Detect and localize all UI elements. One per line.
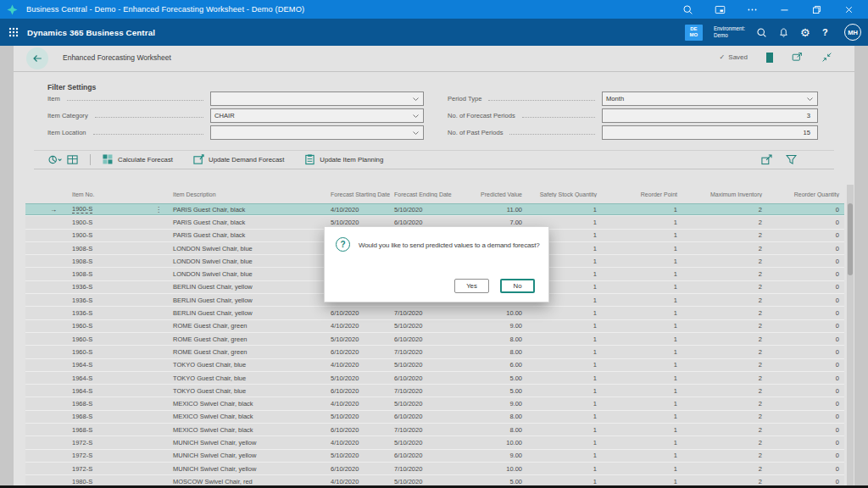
reorder-quantity-cell: 0 (767, 309, 844, 317)
item-no-cell[interactable]: 1908-S (72, 258, 92, 265)
views-icon[interactable] (47, 154, 58, 165)
item-no-cell[interactable]: 1900-S (72, 205, 92, 214)
predicted-value-cell: 9.00 (453, 400, 527, 408)
table-row[interactable]: → 1968-S⋮ MEXICO Swivel Chair, black 4/1… (25, 397, 844, 410)
more-options-icon[interactable] (747, 4, 758, 15)
item-no-cell[interactable]: 1908-S (72, 270, 92, 278)
forecast-starting-date-cell: 5/10/2020 (326, 336, 390, 343)
table-row[interactable]: → 1968-S⋮ MEXICO Swivel Chair, black 6/1… (25, 424, 844, 436)
table-row[interactable]: → 1968-S⋮ MEXICO Swivel Chair, black 5/1… (25, 411, 844, 424)
table-row[interactable]: → 1972-S⋮ MUNICH Swivel Chair, yellow 6/… (25, 463, 844, 475)
yes-button[interactable]: Yes (454, 279, 489, 293)
forecast-starting-date-cell: 4/10/2020 (326, 478, 390, 485)
item-description-cell: MUNICH Swivel Chair, yellow (165, 439, 326, 446)
filter-funnel-icon[interactable] (786, 154, 797, 165)
user-avatar[interactable]: MH (844, 24, 861, 41)
grid-layout-icon[interactable] (67, 154, 78, 165)
table-row[interactable]: → 1972-S⋮ MUNICH Swivel Chair, yellow 5/… (25, 450, 844, 463)
col-safety-stock-quantity[interactable]: Safety Stock Quantity (527, 191, 602, 197)
reorder-quantity-cell: 0 (767, 348, 844, 356)
item-no-cell[interactable]: 1960-S (72, 336, 92, 343)
col-item-no[interactable]: Item No. (64, 191, 165, 197)
share-icon[interactable] (761, 154, 772, 165)
predicted-value-cell: 10.00 (453, 439, 527, 446)
item-category-dropdown[interactable]: CHAIR (210, 108, 424, 123)
col-forecast-starting-date[interactable]: Forecast Starting Date (326, 191, 390, 197)
predicted-value-cell: 5.00 (453, 374, 527, 382)
collapse-view-icon[interactable] (821, 52, 832, 63)
table-row[interactable]: → 1960-S⋮ ROME Guest Chair, green 4/10/2… (25, 320, 844, 333)
item-no-cell[interactable]: 1900-S (72, 231, 92, 239)
item-no-cell[interactable]: 1936-S (72, 297, 92, 304)
col-item-description[interactable]: Item Description (165, 191, 326, 197)
item-no-cell[interactable]: 1960-S (72, 348, 92, 356)
past-periods-input[interactable]: 15 (602, 125, 818, 140)
back-button[interactable] (26, 47, 48, 69)
table-row[interactable]: → 1972-S⋮ MUNICH Swivel Chair, yellow 4/… (25, 436, 844, 449)
safety-stock-cell: 1 (527, 374, 602, 382)
item-location-dropdown[interactable] (210, 125, 424, 140)
item-description-cell: MEXICO Swivel Chair, black (165, 426, 326, 434)
close-icon[interactable] (843, 4, 854, 15)
picture-in-picture-icon[interactable] (715, 4, 726, 15)
table-row[interactable]: → 1936-S⋮ BERLIN Guest Chair, yellow 6/1… (25, 307, 844, 319)
item-no-cell[interactable]: 1960-S (72, 322, 92, 330)
product-name[interactable]: Dynamics 365 Business Central (27, 28, 155, 37)
col-forecast-ending-date[interactable]: Forecast Ending Date (390, 191, 453, 197)
col-maximum-inventory[interactable]: Maximum Inventory (682, 191, 767, 197)
item-no-cell[interactable]: 1936-S (72, 309, 92, 317)
reorder-quantity-cell: 0 (767, 387, 844, 395)
calculate-forecast-button[interactable]: Calculate Forecast (103, 154, 173, 165)
scrollbar-thumb[interactable] (848, 203, 853, 275)
update-demand-forecast-button[interactable]: Update Demand Forecast (193, 154, 284, 165)
table-row[interactable]: → 1960-S⋮ ROME Guest Chair, green 6/10/2… (25, 346, 844, 358)
item-no-cell[interactable]: 1900-S (72, 219, 92, 226)
minimize-icon[interactable] (779, 4, 790, 15)
table-row[interactable]: → 1964-S⋮ TOKYO Guest Chair, blue 5/10/2… (25, 372, 844, 385)
item-dropdown[interactable] (210, 92, 424, 106)
notifications-bell-icon[interactable] (778, 27, 789, 38)
app-launcher-icon[interactable] (8, 26, 19, 38)
open-in-new-window-icon[interactable] (792, 52, 803, 63)
item-no-cell[interactable]: 1972-S (72, 452, 92, 459)
item-no-cell[interactable]: 1968-S (72, 413, 92, 420)
restore-window-icon[interactable] (811, 4, 822, 15)
item-no-cell[interactable]: 1972-S (72, 439, 92, 446)
predicted-value-cell: 6.00 (453, 361, 527, 369)
item-no-cell[interactable]: 1908-S (72, 245, 92, 252)
environment-badge[interactable]: DE MO (685, 25, 703, 41)
col-reorder-point[interactable]: Reorder Point (602, 191, 682, 197)
item-no-cell[interactable]: 1972-S (72, 465, 92, 473)
item-no-cell[interactable]: 1968-S (72, 400, 92, 408)
settings-gear-icon[interactable]: ⚙ (800, 27, 811, 38)
forecast-ending-date-cell: 5/10/2020 (390, 478, 453, 485)
item-no-cell[interactable]: 1980-S (72, 478, 92, 485)
forecast-ending-date-cell: 6/10/2020 (390, 452, 453, 459)
table-row[interactable]: → 1960-S⋮ ROME Guest Chair, green 5/10/2… (25, 333, 844, 346)
item-no-cell[interactable]: 1964-S (72, 374, 92, 382)
item-no-cell[interactable]: 1968-S (72, 426, 92, 434)
forecast-ending-date-cell: 5/10/2020 (390, 206, 453, 214)
no-button[interactable]: No (500, 279, 535, 293)
item-no-cell[interactable]: 1964-S (72, 361, 92, 369)
table-row[interactable]: → 1900-S⋮ PARIS Guest Chair, black 4/10/… (25, 203, 844, 216)
maximum-inventory-cell: 2 (682, 400, 767, 408)
reorder-quantity-cell: 0 (767, 245, 844, 252)
col-predicted-value[interactable]: Predicted Value (453, 191, 527, 197)
search-icon[interactable] (756, 27, 767, 38)
table-row[interactable]: → 1964-S⋮ TOKYO Guest Chair, blue 4/10/2… (25, 359, 844, 372)
item-no-cell[interactable]: 1936-S (72, 283, 92, 291)
vertical-scrollbar[interactable] (847, 185, 854, 488)
forecast-starting-date-cell: 5/10/2020 (326, 452, 390, 459)
notes-icon[interactable] (766, 53, 773, 63)
col-reorder-quantity[interactable]: Reorder Quantity (767, 191, 844, 197)
forecast-periods-input[interactable]: 3 (602, 108, 818, 123)
zoom-icon[interactable] (682, 4, 693, 15)
row-menu-icon[interactable]: ⋮ (155, 206, 162, 214)
reorder-point-cell: 1 (602, 400, 682, 408)
period-type-dropdown[interactable]: Month (602, 92, 818, 106)
item-no-cell[interactable]: 1964-S (72, 387, 92, 395)
update-item-planning-button[interactable]: Update Item Planning (304, 154, 383, 165)
table-row[interactable]: → 1964-S⋮ TOKYO Guest Chair, blue 6/10/2… (25, 385, 844, 397)
help-icon[interactable]: ? (822, 27, 833, 38)
